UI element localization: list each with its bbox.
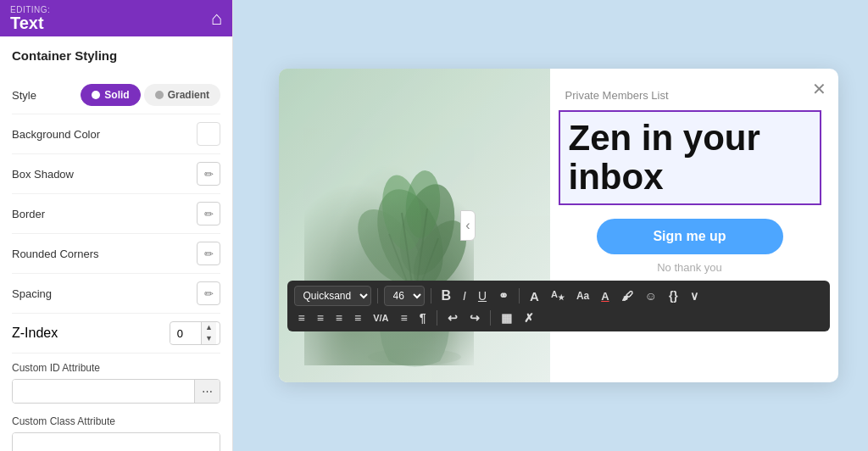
- link-btn[interactable]: ⚭: [494, 287, 513, 304]
- z-index-label: Z-Index: [12, 326, 58, 341]
- style-row: Style Solid Gradient: [12, 76, 220, 114]
- undo-btn[interactable]: ↩: [443, 309, 462, 326]
- case-btn[interactable]: Aa: [572, 288, 593, 303]
- home-icon[interactable]: ⌂: [211, 8, 222, 30]
- emoji-btn[interactable]: ☺: [641, 287, 661, 304]
- gradient-label: Gradient: [168, 89, 209, 101]
- close-btn[interactable]: ✕: [812, 79, 826, 99]
- editing-header: EDITING: Text ⌂: [0, 0, 232, 36]
- font-size-big-btn[interactable]: A: [526, 287, 543, 305]
- canvas-area: ✕ Private Members List Zen in your inbox…: [248, 0, 868, 451]
- hero-text-line2: inbox: [569, 157, 664, 197]
- section-title: Container Styling: [12, 48, 220, 63]
- italic-btn[interactable]: I: [459, 287, 470, 304]
- rounded-corners-label: Rounded Corners: [12, 248, 99, 260]
- clear-format-btn[interactable]: ✗: [520, 309, 538, 326]
- bg-color-label: Background Color: [12, 128, 100, 141]
- z-index-input-wrap: ▲ ▼: [170, 321, 220, 345]
- box-shadow-row: Box Shadow ✏: [12, 154, 220, 194]
- svg-point-2: [364, 181, 455, 297]
- border-label: Border: [12, 208, 45, 220]
- modal-content: Private Members List Zen in your inbox S…: [542, 69, 838, 382]
- justify-btn[interactable]: ≡: [397, 309, 412, 326]
- divider3: [519, 288, 520, 303]
- border-row: Border ✏: [12, 194, 220, 234]
- divider1: [377, 288, 378, 303]
- editing-title-block: EDITING: Text: [10, 5, 50, 31]
- hero-text: Zen in your inbox: [569, 119, 811, 197]
- align-btn[interactable]: ≡: [331, 309, 347, 326]
- style-label: Style: [12, 89, 36, 102]
- font-family-select[interactable]: Quicksand: [294, 286, 371, 306]
- divider4: [437, 310, 437, 326]
- custom-id-label: Custom ID Attribute: [12, 362, 220, 374]
- more-options-btn[interactable]: ∨: [686, 287, 703, 304]
- font-size-select[interactable]: 46: [384, 286, 425, 306]
- private-members-label: Private Members List: [565, 89, 669, 102]
- toolbar-row1: Quicksand 46 B I U ⚭ A A★ Aa A 🖌 ☺ {} ∨: [294, 286, 823, 306]
- modal-card: ✕ Private Members List Zen in your inbox…: [279, 69, 838, 382]
- collapse-arrow[interactable]: ‹: [460, 210, 476, 241]
- indent-btn[interactable]: ≡: [350, 309, 365, 326]
- custom-id-more-btn[interactable]: ⋯: [194, 380, 220, 403]
- box-shadow-label: Box Shadow: [12, 168, 74, 181]
- custom-class-label: Custom Class Attribute: [12, 415, 220, 427]
- plant-decoration: [279, 69, 550, 382]
- divider5: [490, 310, 491, 326]
- border-edit-btn[interactable]: ✏: [197, 202, 220, 226]
- para-btn[interactable]: ¶: [415, 309, 431, 326]
- custom-class-input-wrap: [12, 432, 220, 451]
- toolbar-row2: ≡ ≡ ≡ ≡ V/A ≡ ¶ ↩ ↪ ▦ ✗: [294, 309, 823, 326]
- hero-text-box[interactable]: Zen in your inbox: [559, 110, 821, 205]
- custom-id-section: Custom ID Attribute ⋯ Custom Class Attri…: [0, 354, 232, 451]
- svg-point-3: [390, 178, 463, 281]
- font-size-small-btn[interactable]: A★: [547, 287, 569, 304]
- rounded-corners-row: Rounded Corners ✏: [12, 234, 220, 274]
- custom-id-input-wrap: ⋯: [12, 379, 220, 404]
- solid-btn[interactable]: Solid: [81, 84, 140, 106]
- modal-bg-image: [279, 69, 550, 382]
- hero-text-line1: Zen in your: [569, 118, 760, 158]
- table-btn[interactable]: ▦: [497, 309, 516, 326]
- sign-up-btn[interactable]: Sign me up: [597, 219, 783, 254]
- bg-color-row: Background Color: [12, 114, 220, 154]
- divider2: [431, 288, 431, 303]
- code-btn[interactable]: {}: [665, 287, 682, 304]
- left-panel: EDITING: Text ⌂ Container Styling Style …: [0, 0, 233, 451]
- brush-btn[interactable]: 🖌: [617, 287, 637, 304]
- spacing-edit-btn[interactable]: ✏: [197, 281, 220, 305]
- unordered-list-btn[interactable]: ≡: [313, 309, 328, 326]
- spacing-label: Spacing: [12, 287, 52, 300]
- z-index-spinners: ▲ ▼: [201, 322, 216, 344]
- style-toggle: Solid Gradient: [81, 84, 220, 106]
- svg-rect-0: [279, 69, 550, 382]
- underline-btn[interactable]: U: [474, 287, 491, 304]
- svg-point-1: [368, 348, 461, 365]
- text-toolbar: Quicksand 46 B I U ⚭ A A★ Aa A 🖌 ☺ {} ∨: [287, 281, 830, 331]
- svg-point-6: [376, 172, 426, 253]
- solid-label: Solid: [104, 89, 129, 101]
- spacing-row: Spacing ✏: [12, 274, 220, 314]
- gradient-btn[interactable]: Gradient: [144, 84, 220, 106]
- no-thanks-text: No thank you: [657, 261, 722, 274]
- custom-class-input[interactable]: [13, 433, 220, 451]
- rounded-corners-edit-btn[interactable]: ✏: [197, 242, 220, 265]
- z-index-down[interactable]: ▼: [202, 333, 216, 344]
- z-index-input[interactable]: [170, 324, 201, 343]
- vertical-align-btn[interactable]: V/A: [369, 311, 392, 326]
- z-index-row: Z-Index ▲ ▼: [12, 314, 220, 354]
- bold-btn[interactable]: B: [437, 287, 456, 305]
- box-shadow-edit-btn[interactable]: ✏: [197, 162, 220, 186]
- ordered-list-btn[interactable]: ≡: [294, 309, 309, 326]
- editing-title: Text: [10, 14, 50, 31]
- custom-id-input[interactable]: [13, 380, 194, 403]
- svg-point-7: [403, 169, 442, 239]
- color-btn[interactable]: A: [597, 288, 613, 304]
- bg-color-swatch[interactable]: [197, 122, 220, 146]
- solid-dot: [92, 91, 100, 99]
- z-index-up[interactable]: ▲: [202, 322, 216, 333]
- gradient-dot: [155, 91, 164, 99]
- redo-btn[interactable]: ↪: [465, 309, 484, 326]
